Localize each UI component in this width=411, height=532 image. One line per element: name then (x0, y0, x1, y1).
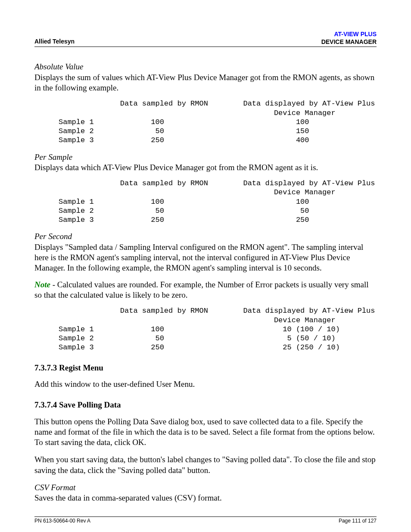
text-csv-format: Saves the data in comma-separated values… (34, 493, 377, 503)
label-csv-format: CSV Format (34, 482, 377, 493)
text-regist-menu: Add this window to the user-defined User… (34, 379, 377, 389)
table-absolute-value: Data sampled by RMON Data displayed by A… (59, 99, 377, 145)
label-per-second: Per Second (34, 231, 377, 242)
footer-left: PN 613-50664-00 Rev A (34, 518, 90, 524)
label-per-sample: Per Sample (34, 152, 377, 162)
header-left: Allied Telesyn (34, 38, 75, 46)
footer-right: Page 111 of 127 (339, 518, 377, 524)
label-absolute-value: Absolute Value (34, 62, 377, 72)
heading-save-polling: 7.3.7.4 Save Polling Data (34, 400, 377, 410)
heading-regist-menu: 7.3.7.3 Regist Menu (34, 363, 377, 373)
note-text: - Calculated values are rounded. For exa… (34, 280, 369, 299)
header-product: AT-VIEW PLUS (334, 31, 377, 37)
header-subtitle: DEVICE MANAGER (321, 38, 377, 45)
table-per-sample: Data sampled by RMON Data displayed by A… (59, 179, 377, 224)
table-per-second: Data sampled by RMON Data displayed by A… (59, 306, 377, 352)
text-per-sample: Displays data which AT-View Plus Device … (34, 162, 377, 173)
text-save-polling-p1: This button opens the Polling Data Save … (34, 417, 377, 448)
header-right: AT-VIEW PLUS DEVICE MANAGER (321, 30, 377, 46)
page-header: Allied Telesyn AT-VIEW PLUS DEVICE MANAG… (34, 30, 377, 47)
text-per-second: Displays "Sampled data / Sampling Interv… (34, 242, 377, 274)
note-label: Note (34, 280, 50, 289)
page-footer: PN 613-50664-00 Rev A Page 111 of 127 (34, 516, 377, 524)
text-save-polling-p2: When you start saving data, the button's… (34, 454, 377, 476)
note-per-second: Note - Calculated values are rounded. Fo… (34, 280, 377, 301)
text-absolute-value: Displays the sum of values which AT-View… (34, 72, 377, 93)
